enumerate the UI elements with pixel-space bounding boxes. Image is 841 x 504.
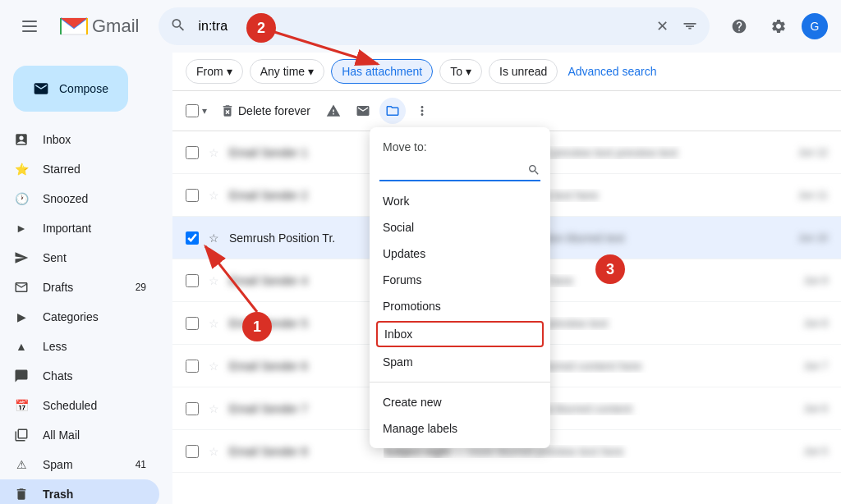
top-right-actions: G [723,10,828,43]
email-toolbar: ▾ Delete forever [172,91,841,131]
move-to-create-new-item[interactable]: Create new [370,389,550,415]
sidebar-item-label: Drafts [43,281,122,294]
to-filter-chevron: ▾ [466,65,471,78]
select-all-checkbox[interactable] [186,104,199,117]
svg-rect-1 [22,25,37,27]
email-time: Jun 6 [804,403,828,415]
sidebar-item-label: Categories [43,310,146,323]
sidebar-item-label: All Mail [43,428,146,442]
move-to-promotions-item[interactable]: Promotions [370,293,550,319]
sidebar-item-scheduled[interactable]: 📅 Scheduled [0,391,159,420]
move-to-social-item[interactable]: Social [370,214,550,241]
hamburger-menu-button[interactable] [13,10,46,43]
email-checkbox[interactable] [186,317,199,330]
from-filter-chip[interactable]: From ▾ [186,59,243,84]
move-to-inbox-item[interactable]: Inbox [376,321,544,347]
email-checkbox[interactable] [186,146,199,159]
email-checkbox[interactable] [186,231,199,245]
sidebar-item-starred[interactable]: ⭐ Starred [0,154,159,184]
email-checkbox[interactable] [186,445,199,458]
email-checkbox[interactable] [186,402,199,415]
svg-rect-2 [22,30,37,32]
sidebar-item-chats[interactable]: Chats [0,361,159,391]
drafts-icon [13,280,30,295]
chats-icon [13,369,30,383]
search-clear-button[interactable]: ✕ [656,17,669,35]
settings-button[interactable] [762,10,795,43]
move-to-spam-item[interactable]: Spam [370,349,550,375]
more-options-button[interactable] [409,98,435,124]
search-icon [170,17,186,36]
filter-bar: From ▾ Any time ▾ Has attachment To ▾ Is… [172,53,841,91]
to-filter-chip[interactable]: To ▾ [439,59,482,84]
sidebar-item-label: Less [43,340,146,353]
search-bar: in:tra ✕ [159,7,710,45]
star-icon[interactable]: ☆ [209,445,219,458]
email-time: Jun 7 [804,360,828,372]
email-sender: Email Sender 6 [229,360,377,373]
important-icon: ► [13,222,30,235]
compose-button[interactable]: Compose [13,66,128,112]
sidebar-item-less[interactable]: ▲ Less [0,332,159,361]
advanced-search-link[interactable]: Advanced search [568,65,656,78]
is-unread-filter-chip[interactable]: Is unread [489,59,558,84]
sidebar-item-label: Sent [43,251,146,264]
has-attachment-filter-chip[interactable]: Has attachment [331,59,433,84]
svg-rect-0 [22,21,37,22]
star-icon[interactable]: ☆ [209,317,219,330]
move-to-header: Move to: [370,134,550,157]
sidebar-item-important[interactable]: ► Important [0,213,159,243]
star-icon[interactable]: ☆ [209,146,219,159]
avatar[interactable]: G [802,13,828,39]
email-time: Jun 8 [804,318,828,329]
move-to-forums-item[interactable]: Forums [370,267,550,293]
scheduled-icon: 📅 [13,399,30,412]
sidebar-item-drafts[interactable]: Drafts 29 [0,273,159,302]
from-filter-label: From [196,65,223,78]
move-to-work-item[interactable]: Work [370,188,550,214]
email-checkbox[interactable] [186,274,199,287]
sidebar-item-all-mail[interactable]: All Mail [0,420,159,450]
sidebar-item-label: Trash [43,488,146,501]
move-to-button[interactable] [379,98,406,124]
delete-forever-label: Delete forever [238,104,310,117]
email-checkbox[interactable] [186,360,199,373]
from-filter-chevron: ▾ [227,65,232,78]
move-to-manage-labels-item[interactable]: Manage labels [370,415,550,442]
gmail-text: Gmail [92,16,139,37]
anytime-filter-chip[interactable]: Any time ▾ [250,59,324,84]
search-input[interactable]: in:tra [159,7,710,45]
move-to-search-input[interactable] [379,163,527,176]
mark-unread-button[interactable] [350,98,376,124]
anytime-filter-chevron: ▾ [308,65,314,78]
move-to-updates-item[interactable]: Updates [370,241,550,267]
less-icon: ▲ [13,340,30,353]
sidebar-item-sent[interactable]: Sent [0,243,159,273]
sidebar-item-label: Snoozed [43,192,146,205]
gmail-logo: Gmail [59,15,139,38]
sidebar-item-trash[interactable]: Trash [0,479,159,504]
star-icon[interactable]: ☆ [209,231,219,245]
sidebar-item-snoozed[interactable]: 🕐 Snoozed [0,184,159,213]
compose-label: Compose [59,82,108,95]
email-time: Jun 11 [798,190,828,201]
sidebar-item-spam[interactable]: ⚠ Spam 41 [0,450,159,479]
star-icon[interactable]: ☆ [209,274,219,287]
sidebar-item-categories[interactable]: ▶ Categories [0,302,159,332]
search-options-button[interactable] [682,17,698,36]
email-sender: Email Sender 2 [229,189,377,202]
star-icon[interactable]: ☆ [209,402,219,415]
report-button[interactable] [320,98,347,124]
email-time: Jun 9 [804,275,828,286]
star-icon[interactable]: ☆ [209,360,219,373]
help-button[interactable] [723,10,756,43]
move-to-search-area [379,160,540,181]
select-dropdown-chevron[interactable]: ▾ [202,105,207,117]
sidebar-item-inbox[interactable]: Inbox [0,125,159,154]
sidebar-item-label: Important [43,222,146,235]
trash-icon [13,487,30,502]
star-icon: ⭐ [13,163,30,176]
delete-forever-button[interactable]: Delete forever [214,99,317,123]
star-icon[interactable]: ☆ [209,189,219,202]
email-checkbox[interactable] [186,189,199,202]
